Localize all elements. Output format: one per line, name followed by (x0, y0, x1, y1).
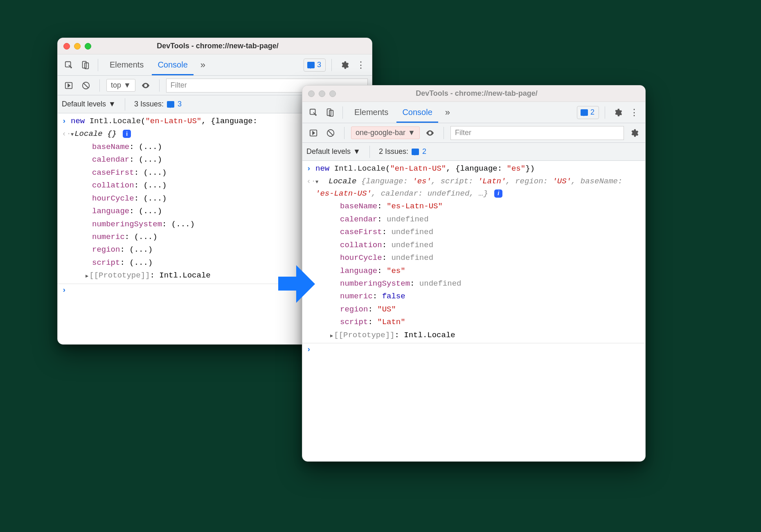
window-title: DevTools - chrome://new-tab-page/ (314, 89, 639, 98)
issues-count: 3 (178, 100, 182, 108)
svg-rect-1 (83, 61, 86, 68)
window-title: DevTools - chrome://new-tab-page/ (69, 42, 366, 50)
levels-label: Default levels (306, 147, 351, 156)
divider (369, 146, 370, 158)
object-property[interactable]: language: "es" (315, 265, 640, 277)
chevron-down-icon: ▼ (408, 128, 415, 137)
divider (342, 106, 343, 119)
object-property[interactable]: baseName: "es-Latn-US" (315, 201, 640, 212)
object-property[interactable]: numberingSystem: undefined (315, 278, 640, 290)
prompt-icon: › (306, 163, 315, 175)
divider (344, 127, 344, 139)
console-output: › new Intl.Locale("en-Latn-US", {languag… (302, 161, 645, 356)
issues-text: 3 Issues: (134, 100, 164, 108)
console-input-line[interactable]: new Intl.Locale("en-Latn-US", {language:… (315, 163, 640, 175)
message-icon (412, 149, 419, 155)
message-icon (167, 101, 174, 108)
object-property[interactable]: collation: undefined (315, 239, 640, 251)
expand-icon[interactable] (330, 329, 333, 341)
more-tabs-icon[interactable]: » (196, 58, 210, 72)
gear-icon[interactable] (338, 58, 351, 72)
titlebar[interactable]: DevTools - chrome://new-tab-page/ (302, 86, 645, 102)
divider (125, 98, 125, 110)
prompt-icon[interactable]: › (306, 344, 315, 356)
prototype-row[interactable]: [[Prototype]]: Intl.Locale (315, 329, 640, 341)
kebab-icon[interactable]: ⋮ (627, 106, 641, 119)
info-icon[interactable]: i (123, 130, 131, 138)
context-selector[interactable]: top ▼ (106, 79, 135, 92)
context-selector[interactable]: one-google-bar ▼ (351, 126, 420, 139)
info-icon: i (494, 189, 502, 198)
console-toolbar: one-google-bar ▼ Filter (302, 123, 645, 143)
gear-icon[interactable] (611, 106, 625, 119)
expand-icon[interactable] (86, 270, 88, 282)
result-icon: ‹· (62, 128, 71, 140)
expand-icon (315, 176, 318, 187)
context-label: one-google-bar (356, 128, 405, 137)
devtools-window-right: DevTools - chrome://new-tab-page/ Elemen… (302, 85, 646, 462)
result-icon: ‹· (306, 176, 315, 200)
object-summary[interactable]: Locale {language: 'es', script: 'Latn', … (315, 176, 640, 200)
expand-icon[interactable] (71, 128, 74, 140)
svg-rect-6 (327, 108, 331, 115)
object-property[interactable]: script: "Latn" (315, 316, 640, 328)
object-property[interactable]: caseFirst: undefined (315, 226, 640, 238)
prompt-icon[interactable]: › (62, 284, 71, 296)
message-icon (307, 62, 315, 68)
object-property[interactable]: hourCycle: undefined (315, 252, 640, 264)
prompt-icon: › (62, 115, 71, 127)
divider (444, 127, 444, 139)
chevron-down-icon: ▼ (108, 100, 116, 108)
levels-selector[interactable]: Default levels ▼ (62, 100, 116, 108)
clear-icon[interactable] (324, 126, 338, 140)
chevron-down-icon: ▼ (353, 147, 360, 156)
console-input[interactable] (315, 344, 640, 356)
issues-text: 2 Issues: (379, 147, 408, 156)
console-toolbar-secondary: Default levels ▼ 2 Issues: 2 (302, 143, 645, 161)
issues-badge[interactable]: 3 (304, 59, 326, 72)
object-property[interactable]: numeric: false (315, 291, 640, 302)
sidebar-toggle-icon[interactable] (306, 126, 320, 140)
gear-icon[interactable] (627, 126, 641, 140)
issues-count: 2 (590, 108, 594, 117)
sidebar-toggle-icon[interactable] (62, 79, 76, 92)
eye-icon[interactable] (139, 79, 153, 92)
tab-elements[interactable]: Elements (349, 102, 394, 123)
levels-label: Default levels (62, 100, 106, 108)
titlebar[interactable]: DevTools - chrome://new-tab-page/ (58, 38, 372, 54)
message-icon (581, 109, 588, 116)
device-icon[interactable] (323, 106, 337, 119)
context-label: top (111, 81, 121, 90)
clear-icon[interactable] (79, 79, 93, 92)
chevron-down-icon: ▼ (124, 81, 131, 90)
divider (98, 59, 98, 71)
eye-icon[interactable] (423, 126, 437, 140)
issues-link[interactable]: 2 Issues: 2 (379, 147, 426, 156)
filter-input[interactable]: Filter (450, 126, 624, 140)
issues-count: 3 (317, 61, 321, 69)
tab-console[interactable]: Console (152, 54, 193, 75)
tab-console[interactable]: Console (396, 102, 438, 123)
tabbar: Elements Console » 3 ⋮ (58, 54, 372, 76)
issues-badge[interactable]: 2 (577, 106, 599, 119)
object-property[interactable]: calendar: undefined (315, 214, 640, 225)
divider (331, 59, 332, 71)
issues-link[interactable]: 3 Issues: 3 (134, 100, 182, 108)
inspect-icon[interactable] (62, 58, 76, 72)
divider (159, 79, 160, 92)
levels-selector[interactable]: Default levels ▼ (306, 147, 360, 156)
object-property[interactable]: region: "US" (315, 304, 640, 316)
more-tabs-icon[interactable]: » (441, 106, 455, 119)
inspect-icon[interactable] (306, 106, 320, 119)
filter-placeholder: Filter (171, 81, 187, 90)
issues-count: 2 (422, 147, 426, 156)
filter-placeholder: Filter (455, 128, 471, 137)
arrow-icon (278, 265, 315, 302)
tab-elements[interactable]: Elements (104, 54, 149, 75)
divider (605, 106, 605, 119)
kebab-icon[interactable]: ⋮ (354, 58, 368, 72)
device-icon[interactable] (78, 58, 92, 72)
tabbar: Elements Console » 2 ⋮ (302, 102, 645, 123)
divider (99, 79, 100, 92)
